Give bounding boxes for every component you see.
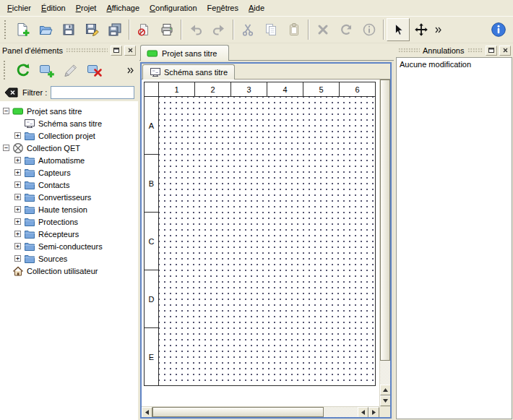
expand-icon[interactable]: + xyxy=(14,181,21,188)
collapse-icon[interactable]: − xyxy=(3,145,9,151)
tree-item-collection-projet[interactable]: +Collection projet xyxy=(0,129,138,142)
expand-icon[interactable]: + xyxy=(14,243,21,249)
undo-list: Aucune modification xyxy=(396,57,512,419)
folder-icon xyxy=(24,179,35,191)
menu-projet[interactable]: Projet xyxy=(71,1,102,14)
float-icon xyxy=(113,48,119,53)
v-scroll-thumb[interactable] xyxy=(380,80,390,361)
row-header-B: B xyxy=(145,155,159,213)
tree-item-semi-conducteurs[interactable]: +Semi-conducteurs xyxy=(0,240,138,252)
element-info-button[interactable] xyxy=(358,18,381,41)
h-scroll-thumb[interactable] xyxy=(152,407,324,417)
expand-icon[interactable]: + xyxy=(14,132,21,139)
undo-button[interactable] xyxy=(184,18,207,41)
open-document-button[interactable] xyxy=(34,18,57,41)
h-scroll-track[interactable] xyxy=(324,407,358,417)
tree-item-haute-tension[interactable]: +Haute tension xyxy=(0,203,138,215)
elements-toolbar xyxy=(0,57,138,83)
expand-icon[interactable]: + xyxy=(14,157,21,163)
tree-item-recepteurs[interactable]: +Récepteurs xyxy=(0,228,138,240)
main-area: Panel d'éléments Filtrer : −Projet sans … xyxy=(0,43,513,420)
tools-overflow-button[interactable] xyxy=(433,18,444,41)
tree-item-protections[interactable]: +Protections xyxy=(0,215,138,228)
floppy-all-icon xyxy=(108,22,122,37)
folder-icon xyxy=(24,130,35,142)
toolbar-separator xyxy=(383,20,384,40)
elements-panel-title: Panel d'éléments xyxy=(2,46,63,55)
scroll-left-edge-button[interactable] xyxy=(142,407,152,417)
tree-item-sources[interactable]: +Sources xyxy=(0,252,138,265)
expand-icon[interactable]: + xyxy=(14,194,21,200)
menu-edition[interactable]: Édition xyxy=(36,1,71,14)
close-panel-button[interactable] xyxy=(499,46,511,56)
save-as-button[interactable] xyxy=(80,18,103,41)
new-document-button[interactable] xyxy=(11,18,34,41)
paste-button[interactable] xyxy=(283,18,306,41)
tab-projet-sans-titre[interactable]: Projet sans titre xyxy=(140,45,229,61)
save-button[interactable] xyxy=(57,18,80,41)
tree-item-collection-utilisateur[interactable]: Collection utilisateur xyxy=(0,265,138,277)
clipboard-icon xyxy=(287,22,301,37)
elements-toolbar-overflow-button[interactable] xyxy=(125,61,136,79)
titlebar-texture xyxy=(467,48,483,53)
delete-button[interactable] xyxy=(311,18,335,41)
menu-fenetres[interactable]: Fenêtres xyxy=(202,1,243,14)
rotate-button[interactable] xyxy=(335,18,358,41)
project-tabbar: Projet sans titre xyxy=(139,43,394,61)
select-tool-button[interactable] xyxy=(387,18,410,41)
save-all-button[interactable] xyxy=(103,18,126,41)
scrollbar-corner xyxy=(379,406,390,417)
edit-element-button[interactable] xyxy=(60,59,82,81)
scroll-down-button[interactable] xyxy=(380,395,390,406)
scroll-left-button[interactable] xyxy=(358,407,368,417)
tree-item-collection-qet[interactable]: −Collection QET xyxy=(0,142,138,154)
float-panel-button[interactable] xyxy=(111,46,122,56)
expand-icon[interactable]: + xyxy=(14,206,21,213)
tree-item-automatisme[interactable]: +Automatisme xyxy=(0,154,138,166)
close-panel-button[interactable] xyxy=(124,46,136,56)
redo-button[interactable] xyxy=(207,18,230,41)
menu-fichier[interactable]: Fichier xyxy=(2,1,36,14)
scroll-right-button[interactable] xyxy=(368,407,379,417)
tree-item-label: Projet sans titre xyxy=(27,107,82,116)
expand-icon[interactable]: + xyxy=(14,231,21,237)
print-button[interactable] xyxy=(155,18,178,41)
tree-item-schema-sans-titre[interactable]: Schéma sans titre xyxy=(0,117,138,129)
column-header-1: 1 xyxy=(159,82,195,97)
menu-configuration[interactable]: Configuration xyxy=(145,1,202,14)
horizontal-scrollbar[interactable] xyxy=(142,406,379,417)
cut-button[interactable] xyxy=(236,18,259,41)
close-file-button[interactable] xyxy=(132,18,155,41)
tree-item-capteurs[interactable]: +Capteurs xyxy=(0,166,138,179)
reload-collections-button[interactable] xyxy=(12,59,34,81)
expand-icon[interactable]: + xyxy=(14,169,21,176)
diagram-canvas[interactable] xyxy=(159,97,376,386)
new-element-button[interactable] xyxy=(36,59,58,81)
float-panel-button[interactable] xyxy=(486,46,497,56)
scroll-up-button[interactable] xyxy=(380,385,390,395)
tree-item-projet-sans-titre[interactable]: −Projet sans titre xyxy=(0,105,138,117)
tree-item-convertisseurs[interactable]: +Convertisseurs xyxy=(0,191,138,203)
copy-button[interactable] xyxy=(259,18,283,41)
menu-affichage[interactable]: Affichage xyxy=(101,1,145,14)
pan-tool-button[interactable] xyxy=(410,18,433,41)
about-button[interactable] xyxy=(487,18,510,41)
vertical-scrollbar[interactable] xyxy=(379,80,390,406)
filter-input[interactable] xyxy=(51,86,134,99)
tab-schema-sans-titre[interactable]: Schéma sans titre xyxy=(142,64,235,80)
elements-panel-titlebar: Panel d'éléments xyxy=(0,43,138,57)
row-header-D: D xyxy=(145,270,159,328)
collapse-icon[interactable]: − xyxy=(3,108,9,114)
v-scroll-track[interactable] xyxy=(380,361,390,385)
delete-element-button[interactable] xyxy=(84,59,105,81)
tree-item-contacts[interactable]: +Contacts xyxy=(0,179,138,191)
diagram-sheet: 123456 ABCDE xyxy=(144,82,376,386)
clear-filter-button[interactable] xyxy=(4,86,19,98)
toolbar-grip[interactable] xyxy=(4,20,7,40)
menu-aide[interactable]: Aide xyxy=(243,1,270,14)
diagram-viewport: 123456 ABCDE xyxy=(142,80,379,406)
expand-icon[interactable]: + xyxy=(14,255,21,262)
elements-toolbar-grip[interactable] xyxy=(3,60,7,80)
arrow-left-icon xyxy=(361,410,365,415)
expand-icon[interactable]: + xyxy=(14,218,21,225)
